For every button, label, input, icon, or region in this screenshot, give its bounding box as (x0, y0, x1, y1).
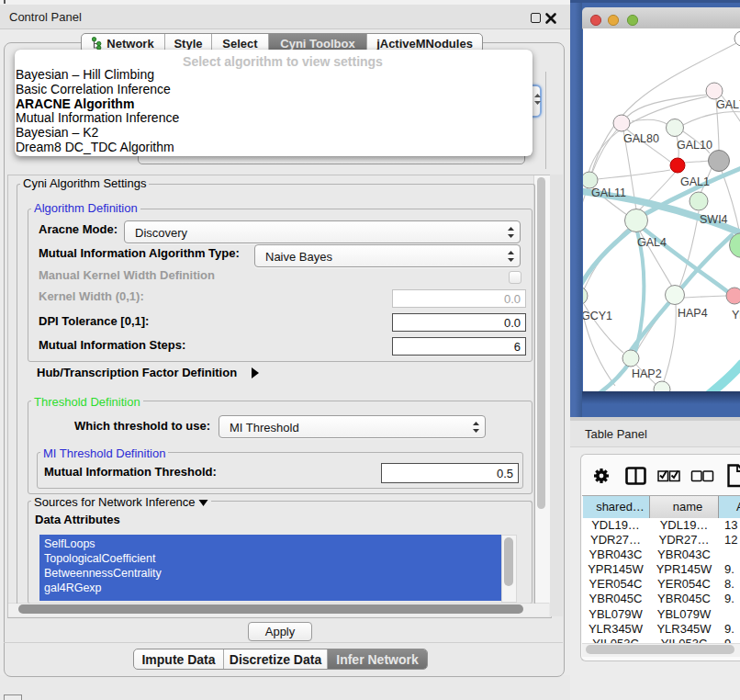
svg-text:SWI4: SWI4 (700, 213, 728, 226)
svg-text:GAL80: GAL80 (623, 132, 659, 145)
svg-text:GAL7: GAL7 (716, 98, 740, 111)
svg-text:GAL10: GAL10 (677, 139, 712, 152)
svg-text:GAL11: GAL11 (591, 186, 626, 199)
svg-text:GCY1: GCY1 (583, 310, 612, 322)
svg-text:GAL1: GAL1 (680, 175, 710, 188)
svg-text:HAP4: HAP4 (678, 307, 708, 320)
svg-text:GAL4: GAL4 (637, 236, 667, 249)
svg-text:YEL: YEL (732, 309, 740, 322)
svg-text:HAP2: HAP2 (632, 367, 662, 380)
